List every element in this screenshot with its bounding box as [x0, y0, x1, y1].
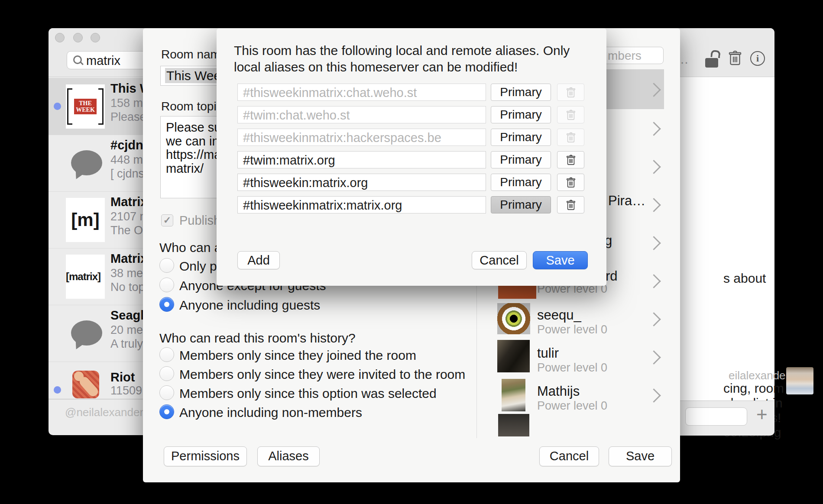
unread-dot	[54, 103, 61, 110]
room-name: Matrix	[110, 195, 147, 209]
chat-message-fragment: s about	[723, 271, 766, 286]
room-topic-preview: Please	[110, 110, 146, 124]
primary-button[interactable]: Primary	[491, 106, 551, 123]
member-name[interactable]: Pira…	[608, 193, 645, 209]
history-radio-joined[interactable]	[159, 347, 174, 362]
statusbar-divider	[49, 399, 143, 399]
unread-dot	[54, 386, 61, 394]
history-option-label: Members only since this option was selec…	[179, 386, 437, 401]
room-row-thisweekinmatrix[interactable]: THE WEEK This W 158 me Please	[49, 78, 143, 135]
room-avatar-matrix-logo: [matrix]	[66, 255, 105, 299]
permissions-button[interactable]: Permissions	[164, 446, 247, 466]
room-member-count: 20 me	[110, 323, 143, 337]
alias-field: #twim:chat.weho.st	[237, 106, 486, 123]
traffic-light-close[interactable]	[55, 33, 65, 42]
room-row-matrix-hq[interactable]: [m] Matrix 2107 n The Ot	[49, 191, 143, 249]
member-name[interactable]: seequ_	[537, 307, 581, 323]
info-icon[interactable]	[750, 51, 765, 66]
room-avatar-riot	[72, 371, 99, 398]
trash-icon	[566, 87, 576, 98]
trash-icon[interactable]	[728, 50, 742, 68]
chat-line: cing, room	[723, 381, 784, 396]
access-radio-no-guests[interactable]	[159, 278, 174, 292]
primary-button[interactable]: Primary	[491, 84, 551, 101]
member-name[interactable]: tulir	[537, 346, 559, 361]
alias-field[interactable]: #thisweekinmatrix:matrix.org	[237, 196, 486, 213]
room-row-matrix[interactable]: [matrix] Matrix 38 me No top	[49, 248, 143, 305]
room-row-riot[interactable]: Riot 11509	[49, 362, 143, 400]
attach-plus-icon[interactable]	[756, 404, 768, 425]
traffic-light-zoom[interactable]	[91, 33, 100, 42]
delete-alias-button	[557, 106, 584, 123]
unlock-icon[interactable]	[705, 51, 718, 68]
history-option-label: Members only since they were invited to …	[179, 367, 465, 382]
room-member-count: 38 me	[110, 267, 143, 280]
room-avatar-theweek: THE WEEK	[66, 84, 105, 129]
alias-row: #thisweekinmatrix:matrix.org Primary	[217, 196, 606, 213]
trash-icon	[566, 154, 576, 166]
delete-alias-button	[557, 84, 584, 101]
access-radio-anyone-guests[interactable]	[159, 297, 174, 312]
access-radio-only-invited[interactable]	[159, 258, 174, 273]
room-row-seaglass[interactable]: Seagla 20 me A truly	[49, 305, 143, 362]
room-member-count: 11509	[110, 384, 142, 397]
chat-sender-avatar	[786, 367, 813, 394]
trash-icon	[566, 132, 576, 143]
alias-field[interactable]: #thisweekin:matrix.org	[237, 174, 486, 191]
member-avatar	[502, 379, 525, 411]
settings-cancel-button[interactable]: Cancel	[539, 446, 599, 466]
chevron-right-icon	[647, 350, 661, 365]
chevron-right-icon	[647, 160, 661, 174]
aliases-cancel-button[interactable]: Cancel	[472, 251, 527, 269]
message-input[interactable]	[685, 407, 747, 426]
room-avatar-matrix-m: [m]	[66, 198, 105, 242]
room-name: Matrix	[110, 252, 147, 266]
primary-button[interactable]: Primary	[491, 196, 551, 213]
alias-row: #thisweekinmatrix:hackerspaces.be Primar…	[217, 129, 606, 146]
chevron-right-icon	[647, 122, 661, 136]
aliases-button[interactable]: Aliases	[257, 446, 320, 466]
access-option-label: Anyone including guests	[179, 298, 320, 313]
alias-row: #thisweekin:matrix.org Primary	[217, 174, 606, 191]
message-compose-bar	[680, 401, 774, 436]
alias-field[interactable]: #twim:matrix.org	[237, 151, 486, 168]
room-avatar-bubble-icon	[71, 150, 102, 175]
member-name[interactable]: Mathijs	[537, 384, 580, 399]
trash-icon	[566, 177, 576, 188]
member-name[interactable]: rd	[606, 268, 618, 284]
history-radio-anyone[interactable]	[159, 404, 174, 419]
primary-button[interactable]: Primary	[491, 151, 551, 168]
member-avatar	[497, 303, 530, 334]
history-radio-invited[interactable]	[159, 366, 174, 381]
add-alias-button[interactable]: Add	[237, 251, 280, 269]
chat-sender-name: eilalexander	[729, 369, 789, 382]
trash-icon	[566, 109, 576, 121]
history-radio-selected[interactable]	[159, 385, 174, 400]
search-value: matrix	[86, 54, 120, 68]
alias-row: #thisweekinmatrix:chat.weho.st Primary	[217, 84, 606, 101]
alias-row: #twim:matrix.org Primary	[217, 151, 606, 168]
member-avatar	[497, 340, 530, 372]
publish-checkbox[interactable]	[161, 214, 173, 226]
room-topic-preview: [ cjdns	[110, 167, 144, 181]
chevron-right-icon	[647, 198, 661, 212]
primary-button[interactable]: Primary	[491, 174, 551, 191]
delete-alias-button[interactable]	[557, 196, 584, 213]
room-row-cjdns[interactable]: #cjdns 448 m [ cjdns	[49, 135, 143, 192]
theweek-logo: THE WEEK	[74, 99, 97, 115]
logged-in-user: @neilalexander:	[65, 406, 146, 419]
alias-field: #thisweekinmatrix:chat.weho.st	[237, 84, 486, 101]
traffic-light-minimize[interactable]	[73, 33, 83, 42]
aliases-save-button[interactable]: Save	[533, 251, 588, 269]
primary-button[interactable]: Primary	[491, 129, 551, 146]
aliases-message: This room has the following local and re…	[234, 42, 585, 75]
room-member-count: 2107 n	[110, 210, 146, 223]
delete-alias-button[interactable]	[557, 174, 584, 191]
chevron-right-icon	[647, 388, 661, 403]
member-avatar	[498, 414, 529, 436]
room-topic-label: Room topic	[161, 100, 223, 113]
room-topic-preview: No top	[110, 281, 145, 294]
settings-save-button[interactable]: Save	[609, 446, 672, 466]
room-member-count: 448 m	[110, 153, 143, 167]
delete-alias-button[interactable]	[557, 151, 584, 168]
